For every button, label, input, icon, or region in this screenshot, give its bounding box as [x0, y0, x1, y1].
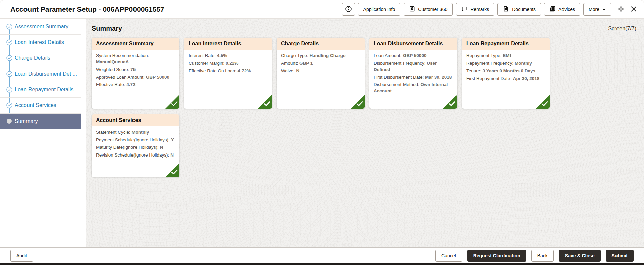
card-title: Account Services: [92, 114, 179, 126]
window-controls: [617, 5, 638, 13]
field-row: Effective Rate On Loan: 4.72%: [189, 68, 268, 74]
field-row: Repayment Type: EMI: [466, 53, 545, 59]
step-completed-icon: [6, 87, 12, 93]
card-completed-badge: [258, 95, 272, 109]
wizard-sidebar: Assessment Summary Loan Interest Details…: [0, 19, 81, 247]
sidebar-item-loan-interest-details[interactable]: Loan Interest Details: [0, 35, 81, 50]
sidebar-item-loan-repayment-details[interactable]: Loan Repayment Details: [0, 82, 81, 98]
caret-down-icon: [602, 7, 606, 12]
field-row: First Disbursement Date: Mar 30, 2018: [374, 74, 453, 81]
sidebar-item-label: Loan Disbursement Det ...: [15, 71, 77, 77]
sidebar-item-charge-details[interactable]: Charge Details: [0, 50, 81, 66]
field-row: Loan Amount: GBP 50000: [374, 53, 453, 59]
summary-header-row: Summary Screen(7/7): [86, 19, 644, 35]
audit-button[interactable]: Audit: [10, 250, 33, 262]
field-row: Maturity Date(Ignore Holidays): N: [96, 144, 175, 151]
step-completed-icon: [6, 102, 12, 108]
document-icon: [503, 6, 509, 13]
step-completed-icon: [6, 55, 12, 61]
sidebar-item-account-services[interactable]: Account Services: [0, 98, 81, 114]
sidebar-item-loan-disbursement-details[interactable]: Loan Disbursement Det ...: [0, 66, 81, 82]
customer-360-button[interactable]: Customer 360: [404, 3, 453, 16]
step-completed-icon: [6, 24, 12, 30]
field-row: Payment Schedule(Ignore Holidays): Y: [96, 137, 175, 143]
back-button[interactable]: Back: [531, 250, 554, 262]
field-row: Amount: GBP 1: [281, 60, 360, 67]
info-icon: [345, 6, 352, 13]
card-loan-disbursement-details: Loan Disbursement Details Loan Amount: G…: [369, 38, 457, 109]
field-row: Customer Margin: 0.22%: [189, 60, 268, 67]
cancel-button[interactable]: Cancel: [435, 250, 462, 262]
card-title: Assessment Summary: [92, 38, 179, 50]
document-stack-icon: [549, 6, 556, 13]
sidebar-item-label: Loan Interest Details: [15, 39, 64, 45]
close-icon: [631, 6, 637, 13]
field-row: Interest Rate: 4.5%: [189, 53, 268, 59]
collapse-window-icon: [618, 6, 624, 13]
field-row: Tenure: 3 Years 0 Months 0 Days: [466, 68, 545, 74]
field-row: System Recommendation: ManualQueueA: [96, 53, 175, 65]
field-row: Repayment Frequency: Monthly: [466, 60, 545, 67]
sidebar-item-assessment-summary[interactable]: Assessment Summary: [0, 19, 81, 35]
section-title: Summary: [92, 25, 122, 32]
field-row: Disbursement Frequency: User Defined: [374, 60, 453, 73]
card-charge-details: Charge Details Charge Type: Handling Cha…: [277, 38, 365, 109]
step-active-icon: [6, 118, 12, 124]
card-title: Loan Disbursement Details: [369, 38, 457, 50]
field-row: Effective Rate: 4.72: [96, 82, 175, 88]
remarks-button[interactable]: Remarks: [456, 3, 494, 16]
header-toolbar: Application Info Customer 360: [342, 3, 611, 16]
content-area: Assessment Summary Loan Interest Details…: [0, 19, 644, 247]
window-header: Account Parameter Setup - 006APP00006155…: [0, 0, 644, 19]
summary-panel: Summary Screen(7/7) Assessment Summary S…: [86, 19, 644, 247]
save-and-close-button[interactable]: Save & Close: [559, 250, 601, 262]
check-icon: [264, 101, 270, 106]
account-parameter-setup-window: Account Parameter Setup - 006APP00006155…: [0, 0, 644, 265]
field-row: Approved Loan Amount: GBP 50000: [96, 74, 175, 81]
card-completed-badge: [536, 95, 550, 109]
customer-card-icon: [409, 6, 415, 13]
field-row: Charge Type: Handling Charge: [281, 53, 360, 59]
page-title: Account Parameter Setup - 006APP00006155…: [10, 5, 342, 13]
sidebar-item-label: Assessment Summary: [15, 24, 68, 30]
sidebar-item-label: Loan Repayment Details: [15, 87, 73, 93]
check-icon: [356, 101, 363, 106]
card-loan-interest-details: Loan Interest Details Interest Rate: 4.5…: [184, 38, 272, 109]
card-title: Loan Repayment Details: [462, 38, 550, 50]
close-window-button[interactable]: [630, 5, 638, 13]
field-row: Disbursement Method: Own Internal Accoun…: [374, 82, 453, 94]
summary-cards: Assessment Summary System Recommendation…: [86, 35, 562, 180]
documents-button[interactable]: Documents: [497, 3, 541, 16]
collapse-window-button[interactable]: [617, 5, 625, 13]
field-row: Statement Cycle: Monthly: [96, 129, 175, 136]
card-title: Charge Details: [277, 38, 365, 50]
card-title: Loan Interest Details: [184, 38, 272, 50]
submit-button[interactable]: Submit: [606, 250, 634, 262]
speech-bubble-icon: [461, 6, 468, 13]
request-clarification-button[interactable]: Request Clarification: [467, 250, 526, 262]
card-loan-repayment-details: Loan Repayment Details Repayment Type: E…: [462, 38, 550, 109]
application-info-button[interactable]: Application Info: [358, 3, 401, 16]
sidebar-item-label: Charge Details: [15, 55, 50, 61]
card-assessment-summary: Assessment Summary System Recommendation…: [92, 38, 179, 109]
card-account-services: Account Services Statement Cycle: Monthl…: [92, 114, 179, 177]
scroll-gutter[interactable]: [81, 19, 86, 247]
screen-counter: Screen(7/7): [608, 26, 636, 32]
field-row: Weighted Score: 75: [96, 67, 175, 73]
step-completed-icon: [6, 71, 12, 77]
card-completed-badge: [351, 95, 365, 109]
sidebar-item-label: Account Services: [15, 102, 56, 108]
advices-button[interactable]: Advices: [544, 3, 580, 16]
action-bar: Audit Cancel Request Clarification Back …: [0, 247, 644, 263]
field-row: First Repayment Date: Apr 30, 2018: [466, 76, 545, 82]
sidebar-item-summary[interactable]: Summary: [0, 114, 81, 129]
window-bottom-edge: [0, 263, 644, 265]
field-row: Revision Schedule(Ignore Holidays): N: [96, 152, 175, 159]
check-icon: [541, 101, 548, 106]
info-button[interactable]: [342, 3, 355, 16]
field-row: Waive: N: [281, 68, 360, 74]
sidebar-item-label: Summary: [15, 118, 38, 124]
more-button[interactable]: More: [583, 3, 611, 16]
step-completed-icon: [6, 39, 12, 45]
